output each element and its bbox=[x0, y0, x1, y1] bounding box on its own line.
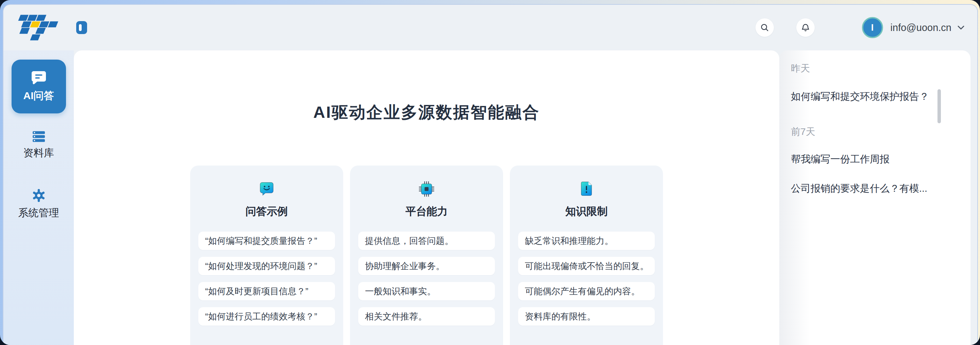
card-title: 知识限制 bbox=[518, 204, 655, 219]
history-group-label: 昨天 bbox=[791, 62, 957, 75]
sidebar-collapse-icon bbox=[79, 24, 82, 31]
sidebar-item-library[interactable]: 资料库 bbox=[24, 131, 54, 160]
topbar: I info@uoon.cn bbox=[3, 5, 977, 50]
capability-item: 提供信息，回答问题。 bbox=[358, 232, 495, 250]
user-menu[interactable]: I info@uoon.cn bbox=[862, 17, 965, 38]
history-panel: 昨天 如何编写和提交环境保护报告？ 前7天 帮我编写一份工作周报 公司报销的要求… bbox=[779, 50, 970, 345]
sidebar-collapse-button[interactable] bbox=[76, 21, 87, 34]
history-item[interactable]: 帮我编写一份工作周报 bbox=[791, 153, 957, 166]
chat-icon bbox=[31, 70, 46, 85]
example-question[interactable]: “如何处理发现的环境问题？” bbox=[198, 257, 335, 275]
document-alert-icon bbox=[518, 181, 655, 197]
history-item[interactable]: 如何编写和提交环境保护报告？ bbox=[791, 90, 957, 104]
capability-item: 协助理解企业事务。 bbox=[358, 257, 495, 275]
search-button[interactable] bbox=[756, 18, 774, 37]
desktop-background: I info@uoon.cn bbox=[0, 0, 980, 345]
card-limitations: 知识限制 缺乏常识和推理能力。 可能出现偏倚或不恰当的回复。 可能偶尔产生有偏见… bbox=[510, 166, 663, 345]
user-email: info@uoon.cn bbox=[891, 22, 951, 34]
card-list: “如何编写和提交质量报告？” “如何处理发现的环境问题？” “如何及时更新项目信… bbox=[198, 232, 335, 326]
cards-row: 问答示例 “如何编写和提交质量报告？” “如何处理发现的环境问题？” “如何及时… bbox=[74, 166, 779, 345]
history-group-label: 前7天 bbox=[791, 125, 957, 138]
capability-item: 一般知识和事实。 bbox=[358, 282, 495, 300]
database-icon bbox=[32, 131, 45, 142]
card-capabilities: 平台能力 提供信息，回答问题。 协助理解企业事务。 一般知识和事实。 相关文件推… bbox=[350, 166, 503, 345]
example-question[interactable]: “如何编写和提交质量报告？” bbox=[198, 232, 335, 250]
card-qa-examples: 问答示例 “如何编写和提交质量报告？” “如何处理发现的环境问题？” “如何及时… bbox=[190, 166, 343, 345]
content-row: AI问答 资料库 bbox=[3, 50, 977, 345]
history-item[interactable]: 公司报销的要求是什么？有模... bbox=[791, 182, 957, 195]
card-title: 平台能力 bbox=[358, 204, 495, 219]
bell-icon bbox=[801, 23, 810, 32]
sidebar: AI问答 资料库 bbox=[3, 50, 74, 345]
screen: I info@uoon.cn bbox=[0, 0, 980, 345]
notifications-button[interactable] bbox=[796, 18, 815, 37]
chevron-down-icon bbox=[957, 25, 965, 30]
example-question[interactable]: “如何进行员工的绩效考核？” bbox=[198, 307, 335, 326]
sidebar-item-system[interactable]: 系统管理 bbox=[18, 189, 59, 220]
main-panel: AI驱动企业多源数据智能融合 bbox=[74, 50, 779, 345]
app-logo-icon bbox=[17, 13, 59, 42]
sidebar-item-label: AI问答 bbox=[24, 89, 54, 103]
limitation-item: 可能偶尔产生有偏见的内容。 bbox=[518, 282, 655, 300]
page-title: AI驱动企业多源数据智能融合 bbox=[74, 102, 779, 123]
card-title: 问答示例 bbox=[198, 204, 335, 219]
avatar-initial: I bbox=[871, 22, 874, 33]
sidebar-item-ai-qa[interactable]: AI问答 bbox=[11, 60, 66, 113]
card-list: 缺乏常识和推理能力。 可能出现偏倚或不恰当的回复。 可能偶尔产生有偏见的内容。 … bbox=[518, 232, 655, 326]
example-question[interactable]: “如何及时更新项目信息？” bbox=[198, 282, 335, 300]
limitation-item: 资料库的有限性。 bbox=[518, 307, 655, 326]
chip-icon bbox=[358, 181, 495, 197]
chat-smiley-icon bbox=[198, 181, 335, 197]
scrollbar-thumb[interactable] bbox=[937, 89, 941, 123]
sidebar-item-label: 系统管理 bbox=[18, 206, 59, 220]
app-window: I info@uoon.cn bbox=[3, 4, 978, 345]
card-list: 提供信息，回答问题。 协助理解企业事务。 一般知识和事实。 相关文件推荐。 bbox=[358, 232, 495, 326]
capability-item: 相关文件推荐。 bbox=[358, 307, 495, 326]
gear-icon bbox=[32, 189, 45, 202]
sidebar-item-label: 资料库 bbox=[24, 146, 54, 160]
avatar: I bbox=[862, 17, 883, 38]
limitation-item: 缺乏常识和推理能力。 bbox=[518, 232, 655, 250]
limitation-item: 可能出现偏倚或不恰当的回复。 bbox=[518, 257, 655, 275]
search-icon bbox=[760, 23, 770, 32]
